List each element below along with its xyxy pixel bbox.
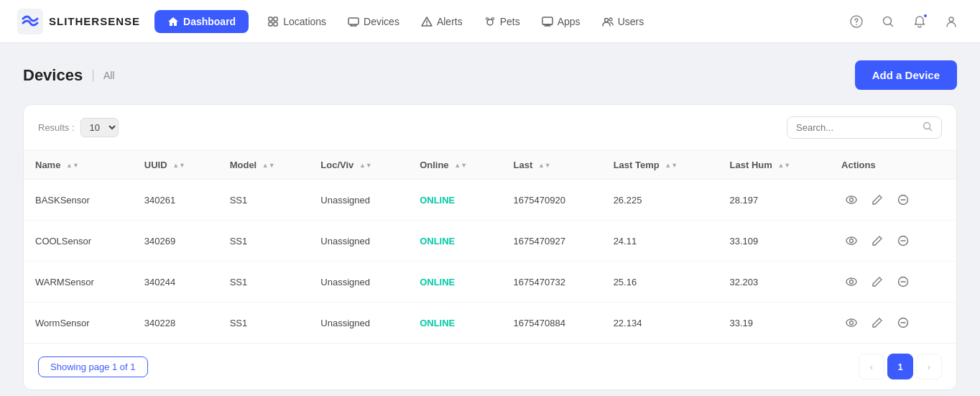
cell-actions-1 xyxy=(830,221,956,262)
cell-actions-0 xyxy=(830,180,956,221)
view-button-0[interactable] xyxy=(841,190,861,210)
cell-locviv-2: Unassigned xyxy=(309,262,408,303)
cell-actions-2 xyxy=(830,262,956,303)
cell-locviv-0: Unassigned xyxy=(309,180,408,221)
table-toolbar: Results : 10 25 50 xyxy=(24,105,956,151)
cell-name-0: BASKSensor xyxy=(24,180,133,221)
edit-button-1[interactable] xyxy=(867,231,887,251)
col-name[interactable]: Name ▲▼ xyxy=(24,151,133,180)
devices-nav-icon xyxy=(348,16,359,27)
search-button[interactable] xyxy=(877,10,900,33)
page-header: Devices | All Add a Device xyxy=(23,60,957,90)
cell-uuid-0: 340261 xyxy=(133,180,218,221)
svg-point-7 xyxy=(486,17,488,19)
cell-last-0: 1675470920 xyxy=(502,180,602,221)
svg-point-17 xyxy=(846,196,856,203)
add-device-button[interactable]: Add a Device xyxy=(855,60,957,90)
nav-link-apps[interactable]: Apps xyxy=(532,10,591,33)
col-uuid[interactable]: UUID ▲▼ xyxy=(133,151,218,180)
sort-icon-last: ▲▼ xyxy=(538,162,551,169)
col-model[interactable]: Model ▲▼ xyxy=(218,151,310,180)
col-lasttemp[interactable]: Last Temp ▲▼ xyxy=(602,151,718,180)
view-button-2[interactable] xyxy=(841,272,861,292)
locations-icon xyxy=(267,16,279,27)
col-actions: Actions xyxy=(830,151,956,180)
page-filter-label: All xyxy=(103,70,115,81)
pagination-row: Showing page 1 of 1 ‹ 1 › xyxy=(24,343,956,390)
nav-link-alerts[interactable]: Alerts xyxy=(411,10,473,33)
edit-button-3[interactable] xyxy=(867,313,887,333)
pagination-next-button[interactable]: › xyxy=(916,354,942,379)
dashboard-nav-button[interactable]: Dashboard xyxy=(154,10,249,33)
delete-button-1[interactable] xyxy=(893,231,913,251)
svg-point-18 xyxy=(850,198,854,202)
cell-lasthum-2: 32.203 xyxy=(718,262,830,303)
home-icon xyxy=(167,16,179,27)
cell-online-3: ONLINE xyxy=(408,303,501,344)
col-locviv[interactable]: Loc/Viv ▲▼ xyxy=(309,151,408,180)
svg-point-11 xyxy=(604,18,608,22)
cell-name-3: WormSensor xyxy=(24,303,133,344)
page-container: Devices | All Add a Device Results : 10 … xyxy=(0,43,980,396)
sort-icon-lasthum: ▲▼ xyxy=(777,162,790,169)
cell-actions-3 xyxy=(830,303,956,344)
cell-lasttemp-1: 24.11 xyxy=(602,221,718,262)
cell-model-2: SS1 xyxy=(218,262,310,303)
header-divider: | xyxy=(91,68,95,83)
svg-rect-2 xyxy=(274,17,277,21)
cell-locviv-3: Unassigned xyxy=(309,303,408,344)
search-input[interactable] xyxy=(796,122,917,133)
brand-name: SLITHERSENSE xyxy=(49,15,140,27)
svg-point-20 xyxy=(846,237,856,244)
svg-point-27 xyxy=(850,321,854,325)
search-icon xyxy=(923,121,933,134)
table-row: WormSensor 340228 SS1 Unassigned ONLINE … xyxy=(24,303,956,344)
sort-icon-model: ▲▼ xyxy=(262,162,275,169)
results-label-group: Results : 10 25 50 xyxy=(38,118,119,137)
nav-links: Locations Devices Alerts Pets xyxy=(257,10,839,33)
nav-link-users[interactable]: Users xyxy=(592,10,655,33)
table-row: COOLSensor 340269 SS1 Unassigned ONLINE … xyxy=(24,221,956,262)
cell-uuid-3: 340228 xyxy=(133,303,218,344)
svg-point-23 xyxy=(846,278,856,285)
devices-table: Name ▲▼ UUID ▲▼ Model ▲▼ Loc/Viv ▲▼ Onli… xyxy=(24,151,956,343)
users-icon xyxy=(602,16,614,27)
delete-button-0[interactable] xyxy=(893,190,913,210)
svg-point-24 xyxy=(850,280,854,284)
help-button[interactable] xyxy=(845,10,868,33)
table-row: BASKSensor 340261 SS1 Unassigned ONLINE … xyxy=(24,180,956,221)
delete-button-2[interactable] xyxy=(893,272,913,292)
cell-last-1: 1675470927 xyxy=(502,221,602,262)
profile-button[interactable] xyxy=(940,10,963,33)
nav-link-devices[interactable]: Devices xyxy=(338,10,410,33)
sort-icon-locviv: ▲▼ xyxy=(359,162,372,169)
results-per-page-select[interactable]: 10 25 50 xyxy=(80,118,119,137)
alerts-icon xyxy=(421,16,433,27)
cell-lasthum-0: 28.197 xyxy=(718,180,830,221)
edit-button-2[interactable] xyxy=(867,272,887,292)
table-body: BASKSensor 340261 SS1 Unassigned ONLINE … xyxy=(24,180,956,344)
cell-lasttemp-3: 22.134 xyxy=(602,303,718,344)
delete-button-3[interactable] xyxy=(893,313,913,333)
brand-logo-icon xyxy=(17,9,43,34)
col-last[interactable]: Last ▲▼ xyxy=(502,151,602,180)
svg-point-21 xyxy=(850,239,854,243)
devices-table-card: Results : 10 25 50 xyxy=(23,104,957,390)
pets-icon xyxy=(484,16,496,27)
svg-point-8 xyxy=(491,17,494,19)
pagination-page-1-button[interactable]: 1 xyxy=(887,354,913,379)
edit-button-0[interactable] xyxy=(867,190,887,210)
view-button-3[interactable] xyxy=(841,313,861,333)
cell-uuid-2: 340244 xyxy=(133,262,218,303)
notifications-button[interactable] xyxy=(908,10,931,33)
col-online[interactable]: Online ▲▼ xyxy=(408,151,501,180)
nav-link-locations[interactable]: Locations xyxy=(257,10,336,33)
cell-lasttemp-0: 26.225 xyxy=(602,180,718,221)
pagination-prev-button[interactable]: ‹ xyxy=(859,354,884,379)
cell-name-2: WARMSensor xyxy=(24,262,133,303)
cell-model-1: SS1 xyxy=(218,221,310,262)
nav-link-pets[interactable]: Pets xyxy=(474,10,530,33)
col-lasthum[interactable]: Last Hum ▲▼ xyxy=(718,151,830,180)
view-button-1[interactable] xyxy=(841,231,861,251)
page-title: Devices xyxy=(23,66,83,85)
